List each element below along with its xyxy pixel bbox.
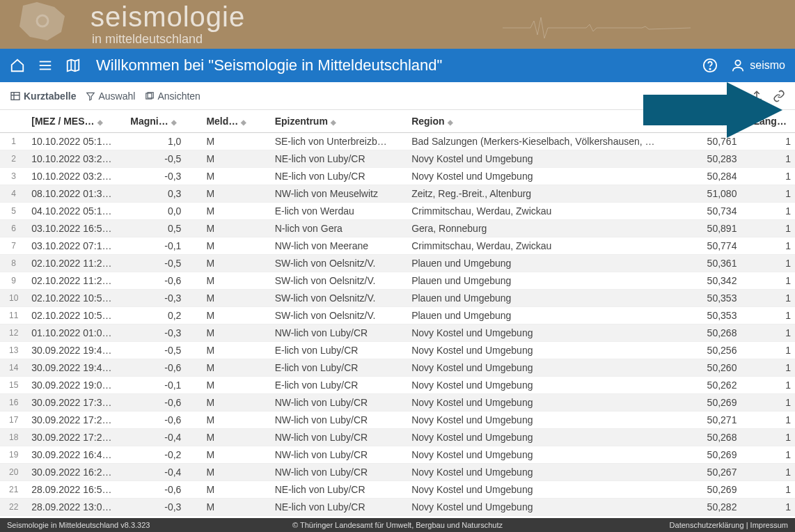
- cell-meld: M: [202, 255, 270, 272]
- table-row[interactable]: 1630.09.2022 17:3…-0,6MNW-lich von Luby/…: [0, 394, 795, 412]
- table-row[interactable]: 1530.09.2022 19:0…-0,1ME-lich von Luby/C…: [0, 377, 795, 394]
- row-index: 19: [0, 446, 27, 464]
- col-region[interactable]: Region◆: [407, 110, 681, 133]
- privacy-link[interactable]: Datenschutzerklärung: [670, 521, 744, 529]
- cell-meld: M: [202, 499, 270, 516]
- filter-icon: [86, 91, 95, 101]
- cell-region: Crimmitschau, Werdau, Zwickau: [407, 237, 681, 255]
- kurztabelle-button[interactable]: Kurztabelle: [10, 91, 76, 102]
- cell-magnitude: 0,3: [126, 185, 202, 203]
- cell-time: 10.10.2022 05:1…: [27, 133, 126, 150]
- help-button[interactable]: [702, 58, 718, 73]
- cell-magnitude: 0,5: [126, 220, 202, 237]
- table-row[interactable]: 1102.10.2022 10:5…0,2MSW-lich von Oelsni…: [0, 307, 795, 324]
- table-row[interactable]: 210.10.2022 03:2…-0,5MNE-lich von Luby/C…: [0, 150, 795, 168]
- cell-latitude: 50,271: [681, 412, 749, 429]
- cell-longitude: 1: [749, 481, 795, 499]
- cell-magnitude: -0,4: [126, 429, 202, 446]
- cell-magnitude: -0,3: [126, 290, 202, 307]
- cell-time: 30.09.2022 17:3…: [27, 394, 126, 412]
- table-row[interactable]: 310.10.2022 03:2…-0,3MNE-lich von Luby/C…: [0, 168, 795, 185]
- cell-latitude: 50,891: [681, 220, 749, 237]
- banner-title: seismologie: [90, 1, 245, 33]
- cell-longitude: 1: [749, 290, 795, 307]
- home-button[interactable]: [10, 58, 25, 73]
- cell-region: Novy Kostel und Umgebung: [407, 324, 681, 342]
- table-row[interactable]: 1330.09.2022 19:4…-0,5ME-lich von Luby/C…: [0, 342, 795, 359]
- table-row[interactable]: 1002.10.2022 10:5…-0,3MSW-lich von Oelsn…: [0, 290, 795, 307]
- user-icon: [730, 58, 746, 73]
- table-row[interactable]: 902.10.2022 11:2…-0,6MSW-lich von Oelsni…: [0, 272, 795, 290]
- cell-region: Gera, Ronneburg: [407, 220, 681, 237]
- cell-meld: M: [202, 359, 270, 377]
- table-row[interactable]: 1930.09.2022 16:4…-0,2MNW-lich von Luby/…: [0, 446, 795, 464]
- cell-region: Novy Kostel und Umgebung: [407, 150, 681, 168]
- cell-longitude: 1: [749, 394, 795, 412]
- data-table-container: [MEZ / MES…◆ Magni…◆ Meld…◆ Epizentrum◆ …: [0, 110, 795, 518]
- row-index: 11: [0, 307, 27, 324]
- table-row[interactable]: 603.10.2022 16:5…0,5MN-lich von GeraGera…: [0, 220, 795, 237]
- col-longitude[interactable]: Läng…: [749, 110, 795, 133]
- user-menu[interactable]: seismo: [730, 58, 785, 73]
- col-index: [0, 110, 27, 133]
- table-row[interactable]: 110.10.2022 05:1…1,0MSE-lich von Unterbr…: [0, 133, 795, 150]
- cell-region: Novy Kostel und Umgebung: [407, 429, 681, 446]
- cell-latitude: 50,269: [681, 446, 749, 464]
- cell-latitude: 50,282: [681, 499, 749, 516]
- col-epicenter[interactable]: Epizentrum◆: [271, 110, 408, 133]
- cell-longitude: 1: [749, 359, 795, 377]
- table-row[interactable]: 1730.09.2022 17:2…-0,6MNW-lich von Luby/…: [0, 412, 795, 429]
- col-magnitude[interactable]: Magni…◆: [126, 110, 202, 133]
- table-row[interactable]: 2228.09.2022 13:0…-0,3MNE-lich von Luby/…: [0, 499, 795, 516]
- cell-time: 28.09.2022 16:5…: [27, 481, 126, 499]
- table-row[interactable]: 2128.09.2022 16:5…-0,6MNE-lich von Luby/…: [0, 481, 795, 499]
- row-index: 18: [0, 429, 27, 446]
- table-row[interactable]: 408.10.2022 01:3…0,3MNW-lich von Meuselw…: [0, 185, 795, 203]
- cell-meld: M: [202, 203, 270, 220]
- export-button[interactable]: [750, 90, 763, 102]
- cell-meld: M: [202, 185, 270, 203]
- cell-epicenter: NW-lich von Luby/CR: [271, 324, 408, 342]
- cell-region: Novy Kostel und Umgebung: [407, 342, 681, 359]
- cell-epicenter: E-lich von Werdau: [271, 203, 408, 220]
- table-row[interactable]: 1830.09.2022 17:2…-0,4MNW-lich von Luby/…: [0, 429, 795, 446]
- user-name: seismo: [750, 59, 785, 72]
- cell-epicenter: NE-lich von Luby/CR: [271, 150, 408, 168]
- cell-magnitude: -0,3: [126, 324, 202, 342]
- cell-epicenter: E-lich von Luby/CR: [271, 377, 408, 394]
- state-shape-icon: [6, 0, 82, 47]
- ansichten-button[interactable]: Ansichten: [145, 91, 200, 102]
- table-header-row: [MEZ / MES…◆ Magni…◆ Meld…◆ Epizentrum◆ …: [0, 110, 795, 133]
- link-button[interactable]: [773, 90, 785, 102]
- impressum-link[interactable]: Impressum: [750, 521, 788, 529]
- cell-magnitude: -0,1: [126, 377, 202, 394]
- auswahl-button[interactable]: Auswahl: [86, 91, 135, 102]
- cell-latitude: 50,268: [681, 429, 749, 446]
- cell-region: Novy Kostel und Umgebung: [407, 481, 681, 499]
- table-row[interactable]: 1430.09.2022 19:4…-0,6ME-lich von Luby/C…: [0, 359, 795, 377]
- row-index: 12: [0, 324, 27, 342]
- cell-latitude: 50,734: [681, 203, 749, 220]
- table-row[interactable]: 1201.10.2022 01:0…-0,3MNW-lich von Luby/…: [0, 324, 795, 342]
- row-index: 5: [0, 203, 27, 220]
- cell-latitude: 50,761: [681, 133, 749, 150]
- cell-epicenter: NE-lich von Luby/CR: [271, 499, 408, 516]
- menu-button[interactable]: [38, 58, 53, 73]
- col-meld[interactable]: Meld…◆: [202, 110, 270, 133]
- table-row[interactable]: 703.10.2022 07:1…-0,1MNW-lich von Meeran…: [0, 237, 795, 255]
- cell-region: Novy Kostel und Umgebung: [407, 359, 681, 377]
- hero-banner: seismologie in mitteldeutschland: [0, 0, 795, 49]
- cell-longitude: 1: [749, 185, 795, 203]
- table-row[interactable]: 802.10.2022 11:2…-0,5MSW-lich von Oelsni…: [0, 255, 795, 272]
- table-row[interactable]: 504.10.2022 05:1…0,0ME-lich von WerdauCr…: [0, 203, 795, 220]
- cell-epicenter: NW-lich von Luby/CR: [271, 464, 408, 481]
- cell-meld: M: [202, 464, 270, 481]
- map-button[interactable]: [65, 58, 81, 73]
- col-latitude[interactable]: Breit…◆: [681, 110, 749, 133]
- col-time[interactable]: [MEZ / MES…◆: [27, 110, 126, 133]
- table-row[interactable]: 2030.09.2022 16:2…-0,4MNW-lich von Luby/…: [0, 464, 795, 481]
- cell-region: Bad Salzungen (Merkers-Kieselbach, Völke…: [407, 133, 681, 150]
- row-index: 21: [0, 481, 27, 499]
- cell-meld: M: [202, 220, 270, 237]
- cell-magnitude: -0,4: [126, 464, 202, 481]
